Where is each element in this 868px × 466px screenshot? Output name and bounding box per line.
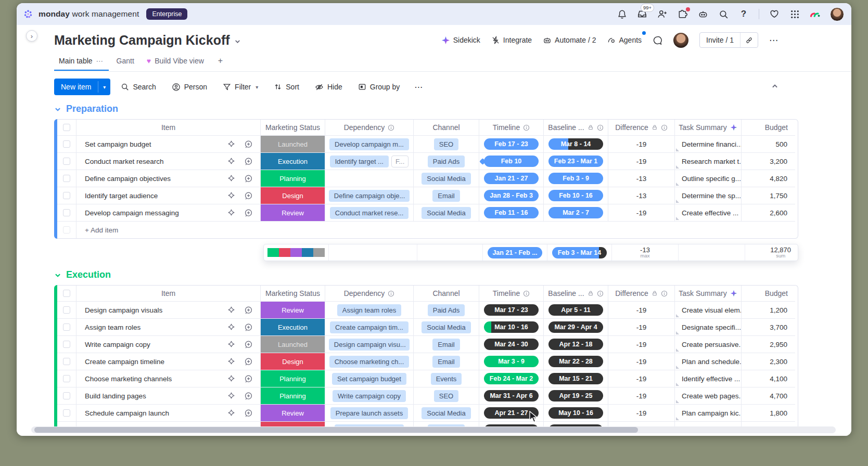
channel-cell[interactable]: Paid Ads — [413, 302, 479, 319]
apps-grid-icon[interactable] — [789, 9, 800, 19]
hide-button[interactable]: Hide — [310, 79, 348, 95]
filter-chevron-icon[interactable]: ▾ — [256, 84, 258, 90]
budget-cell[interactable]: 3,200 — [741, 153, 795, 170]
dependency-chip[interactable]: Create campaign tim... — [330, 321, 409, 333]
row-checkbox-cell[interactable] — [57, 405, 76, 422]
timeline-pill[interactable]: Mar 17 - 23 — [484, 304, 539, 316]
difference-cell[interactable]: -19 — [608, 353, 674, 370]
status-cell[interactable]: Planning — [260, 370, 325, 387]
budget-cell[interactable]: 4,700 — [741, 387, 795, 405]
board-title[interactable]: Marketing Campaign Kickoff — [54, 33, 241, 48]
dependency-chip[interactable]: Choose marketing ch... — [329, 356, 410, 368]
header-checkbox-cell[interactable] — [57, 120, 76, 136]
automate-button[interactable]: Automate / 2 — [543, 36, 596, 45]
task-summary-cell[interactable]: Create effective ... — [674, 204, 741, 222]
task-summary-cell[interactable]: Identify effective ... — [674, 370, 741, 387]
new-item-chevron-icon[interactable]: ▾ — [98, 79, 110, 95]
item-cell[interactable]: Set campaign budget — [76, 136, 260, 153]
baseline-pill[interactable]: Mar 15 - 21 — [548, 373, 603, 384]
channel-chip[interactable]: Events — [431, 373, 462, 385]
ai-sparkle-icon[interactable] — [227, 374, 236, 383]
channel-cell[interactable]: SEO — [413, 136, 479, 153]
budget-cell[interactable]: 2,300 — [741, 353, 795, 370]
item-cell[interactable]: Write campaign copy — [76, 336, 260, 353]
item-cell[interactable]: Identify target audience — [76, 187, 260, 204]
dependency-cell[interactable]: Define campaign obje... — [325, 187, 413, 204]
baseline-pill[interactable]: May 10 - 16 — [548, 407, 603, 419]
baseline-cell[interactable]: Mar 8 - 14 — [543, 136, 608, 153]
task-summary-cell[interactable]: Outline specific g... — [674, 170, 741, 187]
timeline-cell[interactable]: Apr 21 - 27 — [479, 405, 543, 422]
row-checkbox-cell[interactable] — [57, 387, 76, 405]
help-icon[interactable]: ? — [738, 9, 749, 19]
difference-cell[interactable]: -19 — [608, 387, 674, 405]
item-cell[interactable]: Create campaign timeline — [76, 353, 260, 370]
header-checkbox-cell[interactable] — [57, 286, 76, 302]
baseline-cell[interactable]: Apr 12 - 18 — [543, 336, 608, 353]
status-cell[interactable]: Review — [260, 405, 325, 422]
column-header-difference[interactable]: Difference — [608, 120, 674, 136]
row-checkbox[interactable] — [63, 392, 70, 399]
row-checkbox-cell[interactable] — [57, 204, 76, 222]
column-header-timeline[interactable]: Timeline — [479, 120, 543, 136]
status-cell[interactable]: Launched — [260, 336, 325, 353]
dependency-extra-chip[interactable]: F... — [391, 156, 409, 167]
board-title-chevron-down-icon[interactable] — [234, 33, 241, 48]
task-summary-cell[interactable]: Create web pages... — [674, 387, 741, 405]
channel-chip[interactable]: Email — [432, 339, 460, 351]
channel-chip[interactable]: Email — [432, 190, 460, 202]
difference-cell[interactable]: -19 — [608, 136, 674, 153]
add-item-row[interactable]: + Add item — [57, 222, 798, 238]
channel-chip[interactable]: Social Media — [422, 321, 470, 333]
budget-cell[interactable]: 1,200 — [741, 302, 795, 319]
budget-cell[interactable]: 500 — [741, 136, 795, 153]
timeline-pill[interactable]: Feb 11 - 16 — [484, 207, 539, 218]
person-filter-button[interactable]: Person — [167, 79, 212, 95]
baseline-cell[interactable]: Feb 10 - 16 — [543, 187, 608, 204]
status-cell[interactable]: Planning — [260, 170, 325, 187]
inbox-icon[interactable]: 99+ — [637, 9, 647, 19]
dependency-chip[interactable]: Identify target ... — [330, 156, 389, 167]
channel-chip[interactable]: Email — [432, 356, 460, 368]
search-tool-button[interactable]: Search — [116, 79, 161, 95]
integrate-button[interactable]: Integrate — [491, 36, 532, 45]
timeline-cell[interactable]: Feb 10 — [479, 153, 543, 170]
toolbar-more-button[interactable]: ⋯ — [410, 79, 428, 95]
baseline-pill[interactable]: Mar 22 - 28 — [548, 356, 603, 367]
timeline-pill[interactable]: Feb 17 - 23 — [484, 138, 539, 150]
column-header-timeline[interactable]: Timeline — [479, 286, 543, 302]
select-all-checkbox[interactable] — [63, 124, 70, 131]
baseline-cell[interactable]: Mar 15 - 21 — [543, 370, 608, 387]
task-summary-cell[interactable]: Determine the sp... — [674, 187, 741, 204]
baseline-pill[interactable]: Feb 23 - Mar 1 — [548, 156, 603, 167]
column-header-channel[interactable]: Channel — [413, 120, 479, 136]
status-cell[interactable]: Execution — [260, 153, 325, 170]
baseline-cell[interactable]: Apr 26 - May ... — [543, 422, 608, 426]
filter-button[interactable]: Filter ▾ — [218, 79, 263, 95]
add-update-icon[interactable] — [244, 140, 253, 149]
channel-cell[interactable]: Email — [413, 336, 479, 353]
difference-cell[interactable]: -19 — [608, 370, 674, 387]
add-update-icon[interactable] — [244, 340, 253, 349]
timeline-cell[interactable]: Mar 10 - 16 — [479, 319, 543, 336]
timeline-pill[interactable]: Jan 28 - Feb 3 — [484, 190, 539, 201]
ai-sparkle-icon[interactable] — [227, 306, 236, 315]
row-checkbox-cell[interactable] — [57, 353, 76, 370]
dependency-chip[interactable]: Assign team roles — [337, 304, 401, 316]
add-update-icon[interactable] — [244, 174, 253, 183]
sidebar-expand-button[interactable]: › — [26, 30, 37, 42]
timeline-cell[interactable]: Mar 31 - Apr 6 — [479, 387, 543, 405]
dependency-cell[interactable]: Write campaign copy — [325, 387, 413, 405]
dependency-cell[interactable]: Design campaign visu... — [325, 336, 413, 353]
row-checkbox[interactable] — [63, 358, 70, 365]
tab-options-icon[interactable]: ⋯ — [96, 57, 104, 65]
budget-cell[interactable]: 4,100 — [741, 370, 795, 387]
task-summary-cell[interactable]: Plan campaign kic... — [674, 405, 741, 422]
status-cell[interactable]: Design — [260, 353, 325, 370]
dependency-chip[interactable]: Conduct market rese... — [330, 207, 409, 219]
baseline-cell[interactable]: Mar 2 - 7 — [543, 204, 608, 222]
channel-chip[interactable]: Social Media — [422, 407, 470, 419]
group-title[interactable]: Preparation — [54, 103, 851, 114]
timeline-cell[interactable]: Jan 28 - Feb 3 — [479, 187, 543, 204]
add-view-button[interactable]: + — [212, 53, 229, 71]
